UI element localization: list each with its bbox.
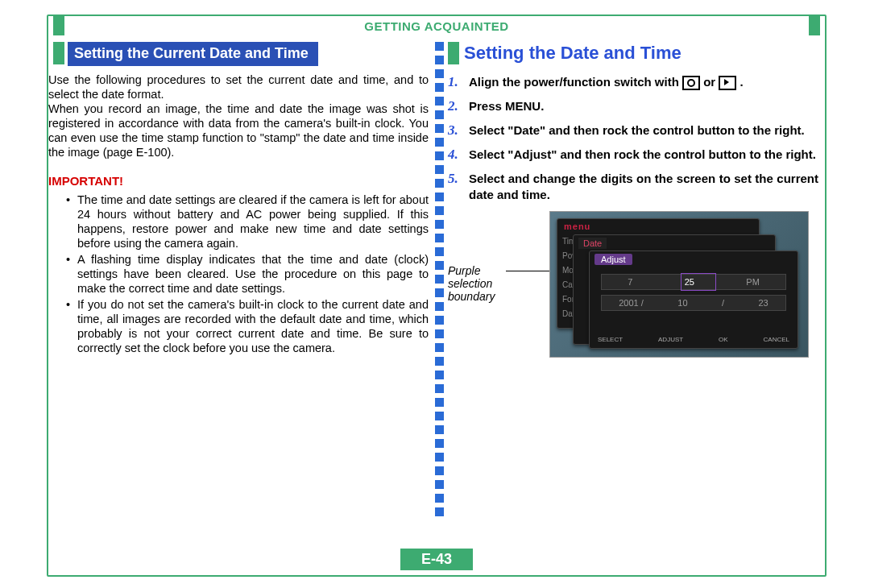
step-number: 4. bbox=[448, 147, 469, 163]
important-label: IMPORTANT! bbox=[48, 174, 433, 188]
step-3: 3. Select "Date" and then rock the contr… bbox=[448, 122, 818, 139]
column-divider bbox=[435, 42, 444, 509]
menu-window-3: Adjust 7 25 PM 2001 / 10 / 23 SELECT bbox=[589, 251, 798, 349]
list-item: The time and date settings are cleared i… bbox=[48, 193, 433, 251]
step-text: Select "Date" and then rock the control … bbox=[469, 122, 818, 139]
heading-accent bbox=[448, 42, 459, 64]
step-text: Align the power/function switch with or … bbox=[469, 74, 818, 90]
cell: 23 bbox=[758, 298, 768, 308]
list-item: A flashing time display indicates that t… bbox=[48, 252, 433, 296]
cell: 10 bbox=[677, 298, 687, 308]
left-para-1: Use the following procedures to set the … bbox=[48, 72, 433, 101]
step-text: Select "Adjust" and then rock the contro… bbox=[469, 147, 818, 163]
tab-adjust: Adjust bbox=[594, 254, 632, 265]
page-frame: GETTING ACQUAINTED Setting the Current D… bbox=[47, 14, 826, 577]
camera-icon bbox=[682, 76, 700, 90]
menu-label: menu bbox=[564, 222, 590, 231]
right-heading-row: Setting the Date and Time bbox=[448, 42, 818, 64]
cell: 2001 / bbox=[619, 298, 644, 308]
right-column: Setting the Date and Time 1. Align the p… bbox=[448, 42, 818, 372]
step-number: 5. bbox=[448, 171, 469, 203]
step-2: 2. Press MENU. bbox=[448, 98, 818, 114]
hint: CANCEL bbox=[764, 336, 789, 343]
lcd-screen: menu Time Pow Mo Card Form Date Date Adj… bbox=[549, 211, 809, 358]
step-1-post: . bbox=[740, 75, 744, 89]
date-row: 2001 / 10 / 23 bbox=[601, 295, 786, 311]
list-item: If you do not set the camera's built-in … bbox=[48, 297, 433, 355]
playback-icon bbox=[719, 76, 736, 90]
callout-text: Purple selection boundary bbox=[448, 264, 495, 303]
time-row: 7 25 PM bbox=[601, 274, 786, 290]
important-list: The time and date settings are cleared i… bbox=[48, 193, 433, 355]
step-5: 5. Select and change the digits on the s… bbox=[448, 171, 818, 203]
cell: / bbox=[722, 298, 724, 308]
hint: OK bbox=[719, 336, 728, 343]
cell: 7 bbox=[628, 277, 632, 287]
header-strip: GETTING ACQUAINTED bbox=[48, 16, 825, 35]
step-1: 1. Align the power/function switch with … bbox=[448, 74, 818, 90]
step-1-mid: or bbox=[703, 75, 719, 89]
step-number: 1. bbox=[448, 74, 469, 90]
callout-line bbox=[506, 271, 549, 271]
tab-date: Date bbox=[578, 238, 607, 249]
left-para-2: When you record an image, the time and d… bbox=[48, 101, 433, 159]
side-item: Mo bbox=[562, 266, 574, 275]
step-1-pre: Align the power/function switch with bbox=[469, 75, 682, 89]
step-text: Select and change the digits on the scre… bbox=[469, 171, 818, 203]
left-column: Setting the Current Date and Time Use th… bbox=[48, 42, 433, 357]
hint: SELECT bbox=[598, 336, 623, 343]
bottom-hints: SELECT ADJUST OK CANCEL bbox=[598, 336, 789, 343]
step-4: 4. Select "Adjust" and then rock the con… bbox=[448, 147, 818, 163]
section-title: GETTING ACQUAINTED bbox=[48, 19, 825, 33]
step-number: 2. bbox=[448, 98, 469, 114]
purple-selection-box bbox=[681, 273, 716, 291]
hint: ADJUST bbox=[658, 336, 683, 343]
lcd-figure: Purple selection boundary menu Time Pow … bbox=[448, 211, 818, 372]
cell: PM bbox=[746, 277, 760, 287]
heading-accent bbox=[53, 42, 64, 64]
left-heading-bar: Setting the Current Date and Time bbox=[53, 42, 433, 66]
page-number: E-43 bbox=[400, 549, 473, 570]
step-text: Press MENU. bbox=[469, 98, 818, 114]
step-number: 3. bbox=[448, 122, 469, 139]
left-heading: Setting the Current Date and Time bbox=[68, 42, 318, 66]
right-heading: Setting the Date and Time bbox=[464, 43, 682, 64]
